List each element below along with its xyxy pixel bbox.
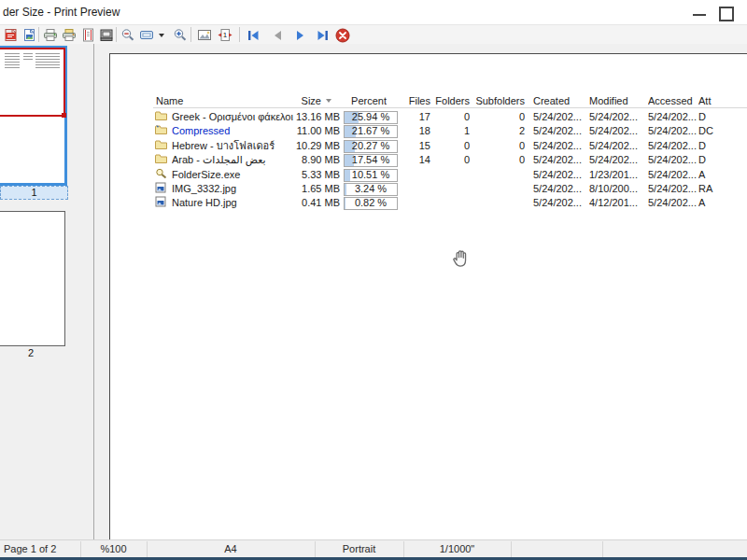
folder-icon — [155, 153, 168, 167]
image-file-icon — [155, 182, 168, 196]
modified-date: 8/10/200... — [589, 182, 643, 196]
status-zoom: %100 — [80, 543, 147, 556]
folders-count: 0 — [432, 110, 470, 124]
status-separator — [511, 541, 512, 557]
previous-page-icon[interactable] — [269, 27, 286, 43]
created-date: 5/24/202... — [533, 168, 589, 182]
status-orientation: Portrait — [315, 543, 403, 556]
preview-page[interactable]: Name Size Percent Files Folders Subfolde… — [109, 53, 747, 540]
zoom-out-icon[interactable] — [120, 27, 136, 43]
fit-page-dropdown-icon[interactable] — [159, 34, 164, 37]
subfolders-count — [472, 196, 525, 210]
page-thumbnail-2-label[interactable]: 2 — [0, 347, 62, 358]
export-image-icon[interactable] — [21, 27, 37, 43]
first-page-icon[interactable] — [245, 27, 261, 43]
export-pdf-icon[interactable] — [2, 27, 19, 43]
minimize-button[interactable] — [693, 14, 706, 16]
image-mode-icon[interactable] — [196, 27, 213, 43]
modified-date: 5/24/202... — [589, 124, 643, 138]
subfolders-count — [472, 182, 525, 196]
folders-count — [432, 196, 470, 210]
page-margins-icon[interactable] — [79, 27, 96, 43]
file-size: 0.41 MB — [281, 196, 340, 210]
files-count: 15 — [393, 139, 430, 153]
zoom-in-icon[interactable] — [172, 27, 189, 43]
svg-text:1: 1 — [223, 31, 228, 39]
created-date: 5/24/202... — [533, 182, 589, 196]
modified-date: 1/23/201... — [589, 168, 643, 182]
folders-count: 1 — [432, 124, 470, 138]
status-bar: Page 1 of 2 %100 A4 Portrait 1/1000" — [0, 539, 747, 558]
next-page-icon[interactable] — [291, 27, 308, 43]
files-count: 18 — [393, 124, 430, 138]
modified-date: 4/12/201... — [589, 196, 643, 210]
column-header-attributes: Att — [698, 94, 736, 108]
image-file-icon — [155, 196, 168, 210]
status-separator — [602, 541, 603, 557]
column-header-modified: Modified — [589, 94, 643, 108]
print-dialog-icon[interactable] — [61, 27, 78, 43]
application-icon — [155, 168, 168, 182]
maximize-button[interactable] — [719, 7, 734, 21]
files-count: 17 — [393, 110, 430, 124]
percent-bar: 20.27 % — [344, 140, 398, 153]
percent-bar: 0.82 % — [344, 197, 398, 210]
subfolders-count: 0 — [472, 139, 525, 153]
files-count — [393, 196, 430, 210]
print-preview-window: der Size - Print Preview — [0, 0, 747, 560]
file-size: 5.33 MB — [281, 168, 340, 182]
status-page: Page 1 of 2 — [4, 543, 56, 556]
last-page-icon[interactable] — [314, 27, 331, 43]
status-scale: 1/1000" — [403, 543, 511, 556]
page-thumbnail-1[interactable] — [0, 46, 67, 186]
table-row: Greek - Ορισμένοι φάκελοι 13.16 MB 25.94… — [110, 110, 747, 124]
table-row: Arab - بعض المجلدات 8.90 MB 17.54 % 14 0… — [110, 153, 747, 167]
fit-page-icon[interactable] — [138, 27, 155, 43]
goto-page-icon[interactable]: 1 — [217, 27, 233, 43]
attributes: DC — [698, 124, 736, 138]
accessed-date: 5/24/202... — [648, 168, 704, 182]
title-bar: der Size - Print Preview — [0, 0, 747, 24]
folder-icon — [155, 110, 168, 124]
attributes: A — [698, 168, 736, 182]
table-row: IMG_3332.jpg 1.65 MB 3.24 % 5/24/202... … — [110, 182, 747, 196]
file-size: 10.29 MB — [281, 139, 340, 153]
accessed-date: 5/24/202... — [648, 124, 704, 138]
created-date: 5/24/202... — [533, 153, 589, 167]
attributes: D — [698, 153, 736, 167]
accessed-date: 5/24/202... — [648, 110, 704, 124]
attributes: D — [698, 139, 736, 153]
percent-bar: 21.67 % — [344, 125, 398, 138]
subfolders-count: 0 — [472, 153, 525, 167]
window-title: der Size - Print Preview — [3, 6, 120, 19]
header-underline — [153, 107, 747, 108]
table-row: Hebrew - บางโฟลเดอร์ 10.29 MB 20.27 % 15… — [110, 139, 747, 153]
column-header-created: Created — [533, 94, 589, 108]
accessed-date: 5/24/202... — [648, 153, 704, 167]
print-icon[interactable] — [42, 27, 59, 43]
close-preview-icon[interactable] — [334, 27, 351, 43]
file-size: 13.16 MB — [281, 110, 340, 124]
file-size: 1.65 MB — [281, 182, 340, 196]
attributes: RA — [698, 182, 736, 196]
status-paper-size: A4 — [147, 543, 315, 556]
accessed-date: 5/24/202... — [648, 182, 704, 196]
column-header-files: Files — [393, 94, 430, 108]
created-date: 5/24/202... — [533, 196, 589, 210]
percent-bar: 10.51 % — [344, 169, 398, 182]
folders-count — [432, 168, 470, 182]
toolbar-separator — [239, 27, 240, 42]
modified-date: 5/24/202... — [589, 139, 643, 153]
percent-bar: 3.24 % — [344, 183, 398, 196]
accessed-date: 5/24/202... — [648, 139, 704, 153]
page-setup-icon[interactable] — [98, 27, 115, 43]
toolbar-separator — [190, 27, 191, 42]
viewport-rectangle[interactable] — [0, 48, 65, 117]
accessed-date: 5/24/202... — [648, 196, 704, 210]
page-thumbnail-1-label[interactable]: 1 — [0, 186, 68, 200]
page-thumbnail-2[interactable] — [0, 211, 65, 346]
pane-splitter[interactable] — [93, 44, 94, 539]
viewport-resize-handle[interactable] — [62, 113, 66, 118]
file-size: 11.00 MB — [281, 124, 340, 138]
toolbar: 1 — [0, 24, 747, 46]
